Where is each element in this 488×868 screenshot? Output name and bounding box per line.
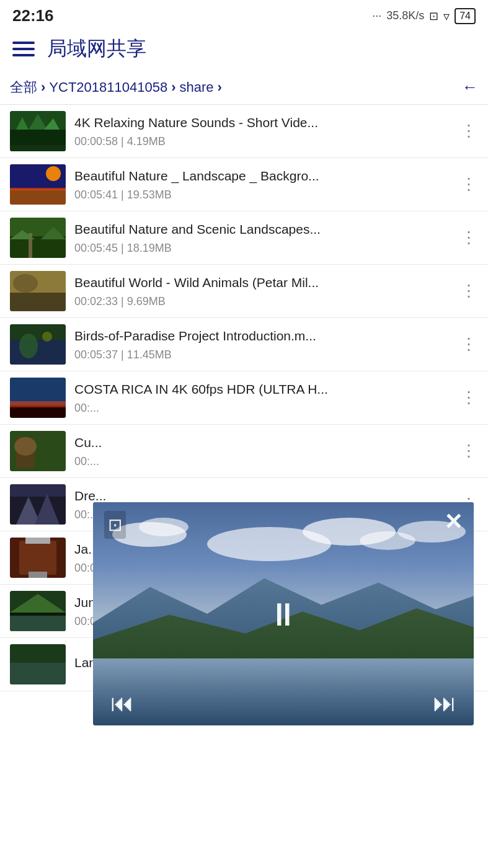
video-meta-4: 00:05:37 | 11.45MB	[74, 348, 452, 361]
video-item-1[interactable]: Beautiful Nature _ Landscape _ Backgro..…	[0, 158, 488, 211]
svg-rect-43	[10, 663, 66, 684]
more-options-button-3[interactable]: ⋮	[458, 284, 478, 299]
video-info-6: Cu... 00:...	[66, 434, 458, 467]
video-title-0: 4K Relaxing Nature Sounds - Short Vide..…	[74, 114, 452, 131]
video-thumbnail-10	[10, 644, 66, 684]
screen-record-icon: ⊡	[429, 9, 438, 23]
video-thumbnail-0	[10, 111, 66, 151]
status-time: 22:16	[12, 6, 54, 25]
hamburger-menu-button[interactable]	[12, 42, 35, 56]
video-meta-1: 00:05:41 | 19.53MB	[74, 188, 452, 202]
network-speed: 35.8K/s	[386, 9, 424, 22]
video-meta-0: 00:00:58 | 4.19MB	[74, 135, 452, 148]
hamburger-line-2	[12, 48, 35, 50]
breadcrumb-sep-3: ›	[218, 79, 222, 95]
more-options-button-1[interactable]: ⋮	[458, 177, 478, 192]
video-thumbnail-5	[10, 378, 66, 418]
breadcrumb: 全部 › YCT201811041058 › share › ←	[0, 71, 488, 105]
breadcrumb-sep-1: ›	[41, 79, 45, 95]
svg-rect-5	[10, 145, 66, 151]
player-top-bar: ⊡ ✕	[104, 511, 463, 539]
app-bar: 局域网共享	[0, 29, 488, 71]
player-pause-button[interactable]: ⏸	[267, 596, 299, 633]
breadcrumb-all[interactable]: 全部	[10, 78, 37, 97]
svg-rect-35	[19, 541, 56, 575]
video-info-5: COSTA RICA IN 4K 60fps HDR (ULTRA H... 0…	[66, 381, 458, 414]
video-player[interactable]: ⊡ ✕ ⏸ ⏮ ⏭	[93, 502, 474, 725]
svg-rect-17	[10, 293, 66, 311]
svg-marker-9	[10, 189, 66, 205]
video-info-3: Beautiful World - Wild Animals (Petar Mi…	[66, 274, 458, 308]
video-thumbnail-6	[10, 431, 66, 471]
video-thumbnail-2	[10, 218, 66, 258]
svg-point-29	[14, 437, 37, 456]
svg-rect-20	[10, 340, 66, 365]
video-item-3[interactable]: Beautiful World - Wild Animals (Petar Mi…	[0, 265, 488, 318]
more-options-button-5[interactable]: ⋮	[458, 391, 478, 405]
video-title-5: COSTA RICA IN 4K 60fps HDR (ULTRA H...	[74, 381, 452, 397]
status-right: ··· 35.8K/s ⊡ ▿ 74	[372, 8, 476, 24]
player-close-button[interactable]: ✕	[444, 511, 463, 533]
app-title: 局域网共享	[47, 35, 146, 63]
svg-rect-26	[10, 401, 66, 407]
svg-rect-37	[29, 572, 47, 578]
hamburger-line-3	[12, 54, 35, 56]
video-thumbnail-8	[10, 538, 66, 578]
video-info-2: Beautiful Nature and Scenic Landscapes..…	[66, 221, 458, 254]
video-item-0[interactable]: 4K Relaxing Nature Sounds - Short Vide..…	[0, 105, 488, 158]
video-thumbnail-1	[10, 164, 66, 205]
video-meta-5: 00:...	[74, 402, 452, 415]
video-thumbnail-4	[10, 324, 66, 365]
video-meta-3: 00:02:33 | 9.69MB	[74, 295, 452, 308]
more-options-button-4[interactable]: ⋮	[458, 337, 478, 352]
svg-point-18	[13, 274, 38, 293]
video-thumbnail-7	[10, 484, 66, 525]
status-bar: 22:16 ··· 35.8K/s ⊡ ▿ 74	[0, 0, 488, 29]
player-next-button[interactable]: ⏭	[433, 690, 456, 717]
player-prev-button[interactable]: ⏮	[110, 690, 134, 717]
video-item-2[interactable]: Beautiful Nature and Scenic Landscapes..…	[0, 211, 488, 265]
player-controls: ⊡ ✕ ⏸ ⏮ ⏭	[93, 502, 474, 725]
video-meta-2: 00:05:45 | 18.19MB	[74, 242, 452, 255]
more-options-button-2[interactable]: ⋮	[458, 231, 478, 246]
more-options-button-0[interactable]: ⋮	[458, 124, 478, 139]
video-thumbnail-3	[10, 271, 66, 311]
svg-rect-36	[25, 538, 50, 544]
svg-point-21	[42, 332, 52, 342]
battery-indicator: 74	[455, 8, 476, 24]
svg-rect-10	[10, 188, 66, 190]
svg-marker-41	[10, 616, 66, 631]
video-title-6: Cu...	[74, 434, 452, 451]
video-title-1: Beautiful Nature _ Landscape _ Backgro..…	[74, 167, 452, 184]
video-title-4: Birds-of-Paradise Project Introduction.m…	[74, 327, 452, 344]
video-info-4: Birds-of-Paradise Project Introduction.m…	[66, 327, 458, 361]
video-meta-6: 00:...	[74, 455, 452, 468]
back-button[interactable]: ←	[462, 78, 478, 97]
video-item-5[interactable]: COSTA RICA IN 4K 60fps HDR (ULTRA H... 0…	[0, 371, 488, 425]
video-item-4[interactable]: Birds-of-Paradise Project Introduction.m…	[0, 318, 488, 371]
breadcrumb-sep-2: ›	[171, 79, 175, 95]
player-expand-button[interactable]: ⊡	[104, 511, 126, 539]
video-title-3: Beautiful World - Wild Animals (Petar Mi…	[74, 274, 452, 291]
video-thumbnail-9	[10, 591, 66, 631]
player-bottom-controls: ⏮ ⏭	[104, 690, 463, 717]
svg-point-22	[19, 334, 38, 358]
svg-point-8	[46, 166, 61, 181]
more-options-button-6[interactable]: ⋮	[458, 444, 478, 459]
svg-rect-12	[10, 236, 66, 258]
breadcrumb-device[interactable]: YCT201811041058	[49, 79, 167, 95]
video-item-6[interactable]: Cu... 00:... ⋮	[0, 425, 488, 478]
video-info-1: Beautiful Nature _ Landscape _ Backgro..…	[66, 167, 458, 201]
wifi-icon: ▿	[443, 9, 450, 24]
video-info-0: 4K Relaxing Nature Sounds - Short Vide..…	[66, 114, 458, 148]
hamburger-line-1	[12, 42, 35, 44]
breadcrumb-folder[interactable]: share	[179, 79, 213, 95]
signal-icon: ···	[372, 9, 381, 22]
player-center-controls: ⏸	[104, 596, 463, 633]
video-title-2: Beautiful Nature and Scenic Landscapes..…	[74, 221, 452, 237]
